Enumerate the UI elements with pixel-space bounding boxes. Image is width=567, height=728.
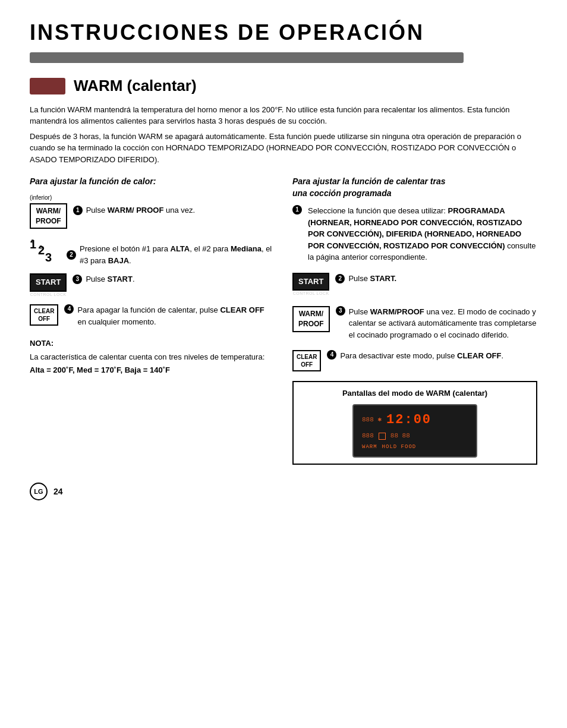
display-square-icon: [379, 433, 386, 440]
warm-proof-button-right: WARM/PROOF: [292, 306, 330, 332]
start-button-right: START: [292, 273, 329, 291]
right-step-4: CLEAROFF 4 Para desactivar este modo, pu…: [292, 350, 537, 371]
page-title: INSTRUCCIONES DE OPERACIÓN: [30, 18, 537, 48]
control-lock-label-left: CONTROL LOCK: [30, 292, 67, 298]
display-warm-label: WARM: [362, 443, 377, 451]
display-small-2: 888: [362, 431, 374, 440]
control-lock-label-right: CONTROL LOCK: [292, 291, 329, 297]
display-hold-food: HOLD FOOD: [382, 443, 417, 451]
start-button-left: START: [30, 273, 67, 291]
right-step-circle-4: 4: [327, 350, 336, 360]
step-group-2: 1 o 2 o 3 2 Presione el botón #1 para AL…: [30, 236, 275, 266]
right-step-3-text: Pulse WARM/PROOF una vez. El modo de coc…: [349, 306, 537, 341]
right-step-3: WARM/PROOF 3 Pulse WARM/PROOF una vez. E…: [292, 306, 537, 341]
nota-text: La característica de calentar cuenta con…: [30, 352, 275, 363]
step-group-4: CLEAROFF 4 Para apagar la función de cal…: [30, 304, 275, 327]
warm-proof-button-left: WARM/PROOF: [30, 203, 67, 229]
clear-off-button-right: CLEAROFF: [292, 350, 321, 371]
lg-logo: LG: [30, 483, 48, 500]
section-title: WARM (calentar): [74, 75, 197, 96]
step-circle-2-left: 2: [67, 250, 76, 260]
right-step-2: START CONTROL LOCK 2 Pulse START.: [292, 273, 537, 297]
step-2-text-left: Presione el botón #1 para ALTA, el #2 pa…: [80, 243, 275, 266]
step-group-1: (inferior) WARM/PROOF 1 Pulse WARM/ PROO…: [30, 194, 275, 229]
right-step-1: 1 Seleccione la función que desea utiliz…: [292, 205, 537, 263]
step-group-3: START CONTROL LOCK 3 Pulse START.: [30, 273, 275, 297]
step-1-text-left: Pulse WARM/ PROOF una vez.: [86, 204, 196, 216]
lg-logo-text: LG: [34, 487, 43, 496]
step-circle-4-left: 4: [64, 304, 74, 314]
section-header: WARM (calentar): [30, 75, 537, 96]
right-step-4-text: Para desactivar este modo, pulse CLEAR O…: [340, 350, 503, 362]
left-subsection-title: Para ajustar la función de calor:: [30, 176, 275, 188]
display-small-1: 888 ✱: [362, 415, 382, 424]
step-4-text-left: Para apagar la función de calentar, puls…: [77, 304, 275, 327]
display-row-3: WARM HOLD FOOD: [362, 443, 468, 451]
display-small-3: 88 88: [390, 431, 410, 440]
pantallas-box: Pantallas del modo de WARM (calentar) 88…: [292, 381, 537, 465]
nota-section: NOTA: La característica de calentar cuen…: [30, 338, 275, 376]
pantallas-title: Pantallas del modo de WARM (calentar): [300, 388, 530, 399]
o-label-2: o: [39, 243, 43, 251]
right-step-2-text: Pulse START.: [348, 273, 396, 285]
title-bar-decoration: [30, 52, 464, 63]
right-step-circle-3: 3: [336, 306, 345, 316]
display-row-2: 888 88 88: [362, 431, 468, 440]
left-column: Para ajustar la función de calor: (infer…: [30, 176, 275, 465]
num-3: 3: [45, 249, 52, 266]
clear-off-button-left: CLEAROFF: [30, 304, 58, 326]
right-step-circle-2: 2: [335, 274, 345, 283]
section-header-bar: [30, 78, 65, 94]
o-label-1: o: [31, 237, 34, 245]
display-screen: 888 ✱ 12:00 888 88 88 WARM HOLD FOOD: [352, 404, 477, 458]
nota-formula: Alta = 200˚F, Med = 170˚F, Baja = 140˚F: [30, 365, 170, 374]
right-subsection-title: Para ajustar la función de calentar tras…: [292, 176, 537, 199]
page-container: INSTRUCCIONES DE OPERACIÓN WARM (calenta…: [30, 18, 537, 500]
right-column: Para ajustar la función de calentar tras…: [292, 176, 537, 465]
display-row-1: 888 ✱ 12:00: [362, 411, 468, 430]
nota-title: NOTA:: [30, 338, 275, 349]
step-circle-3-left: 3: [73, 275, 82, 284]
two-column-layout: Para ajustar la función de calor: (infer…: [30, 176, 537, 465]
inferior-label: (inferior): [30, 194, 52, 202]
right-step-1-text: Seleccione la función que desea utilizar…: [308, 205, 537, 263]
display-time: 12:00: [386, 411, 431, 430]
page-number: 24: [53, 486, 63, 498]
right-step-circle-1: 1: [292, 205, 302, 215]
step-circle-1-left: 1: [73, 206, 83, 215]
intro-paragraph-2: Después de 3 horas, la función WARM se a…: [30, 131, 537, 166]
footer: LG 24: [30, 483, 537, 500]
step-3-text-left: Pulse START.: [86, 273, 134, 285]
intro-paragraph-1: La función WARM mantendrá la temperatura…: [30, 104, 537, 127]
